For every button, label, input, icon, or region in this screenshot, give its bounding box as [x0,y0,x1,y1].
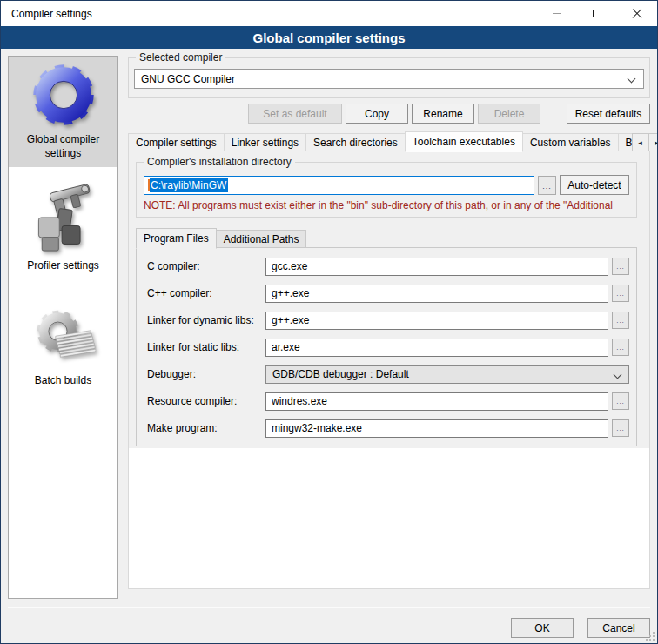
sidebar-item-profiler-settings[interactable]: Profiler settings [9,174,118,280]
group-label: Selected compiler [136,51,225,64]
chevron-down-icon [628,75,636,84]
main-panel: Selected compiler GNU GCC Compiler Set a… [128,56,650,599]
tab-additional-paths[interactable]: Additional Paths [216,230,307,248]
program-tabstrip: Program Files Additional Paths [136,228,637,248]
install-dir-group: Compiler's installation directory C:\ray… [136,162,637,218]
settings-tabstrip: Compiler settings Linker settings Search… [128,131,650,151]
minimize-icon [553,13,561,14]
arrow-left-icon: ◂ [638,138,642,147]
arrow-right-icon: ▸ [655,138,658,147]
reset-defaults-button[interactable]: Reset defaults [567,104,650,124]
field-label: Linker for static libs: [147,341,265,353]
linker-static-input[interactable] [265,339,608,357]
make-program-input[interactable] [265,419,608,438]
tabpage-empty-area [129,448,649,588]
delete-button[interactable]: Delete [478,104,540,124]
auto-detect-button[interactable]: Auto-detect [560,175,629,195]
selected-compiler-group: Selected compiler GNU GCC Compiler [128,57,650,98]
dialog-body: Global compiler settings [1,49,657,643]
field-row-resource-compiler: Resource compiler: ... [147,392,629,411]
field-label: Resource compiler: [147,395,265,407]
footer: OK Cancel [8,618,650,638]
field-row-cpp-compiler: C++ compiler: ... [147,284,629,303]
rename-button[interactable]: Rename [412,104,474,124]
program-files-panel: C compiler: ... C++ compiler: ... Linker… [136,247,637,446]
sidebar: Global compiler settings [8,56,118,599]
browse-button[interactable]: ... [612,419,629,437]
sidebar-item-label: Global compiler settings [10,133,116,160]
field-row-make-program: Make program: ... [147,419,629,438]
resize-grip[interactable] [646,632,655,641]
compiler-buttons-row: Set as default Copy Rename Delete Reset … [128,104,650,124]
sidebar-item-batch-builds[interactable]: Batch builds [9,303,118,395]
install-dir-input[interactable]: C:\raylib\MinGW [144,176,534,195]
browse-button[interactable]: ... [612,312,629,329]
resource-compiler-input[interactable] [265,392,608,411]
minimize-button[interactable] [537,1,577,26]
compiler-select-value: GNU GCC Compiler [141,73,235,85]
field-label: C++ compiler: [147,287,265,299]
sidebar-item-global-compiler-settings[interactable]: Global compiler settings [9,57,118,167]
gear-stack-icon [10,308,116,372]
blue-gear-icon [10,62,116,131]
close-icon [632,9,642,19]
sidebar-item-label: Batch builds [10,374,116,388]
field-row-c-compiler: C compiler: ... [147,257,629,276]
tab-search-directories[interactable]: Search directories [306,133,406,151]
field-row-debugger: Debugger: GDB/CDB debugger : Default [147,365,629,384]
sidebar-item-label: Profiler settings [10,259,116,273]
field-label: Make program: [147,422,265,434]
debugger-select-value: GDB/CDB debugger : Default [272,368,409,380]
install-dir-browse-button[interactable]: ... [538,176,556,195]
field-label: C compiler: [147,260,265,272]
titlebar: Compiler settings [1,1,657,26]
debugger-select[interactable]: GDB/CDB debugger : Default [265,365,629,384]
tab-scroll-left-button[interactable]: ◂ [632,133,649,151]
chevron-down-icon [614,371,622,379]
ok-button[interactable]: OK [511,618,574,638]
tab-program-files[interactable]: Program Files [136,228,217,249]
c-compiler-input[interactable] [265,258,608,276]
tab-toolchain-executables[interactable]: Toolchain executables [405,131,523,152]
caliper-profiler-icon [10,179,116,258]
maximize-icon [593,10,601,17]
browse-button[interactable]: ... [612,285,629,302]
footer-separator [8,607,650,608]
tab-custom-variables[interactable]: Custom variables [522,133,619,151]
compiler-select[interactable]: GNU GCC Compiler [134,69,644,89]
tab-scroll-right-button[interactable]: ▸ [648,133,658,151]
header-banner: Global compiler settings [1,26,657,49]
browse-button[interactable]: ... [612,258,629,275]
field-label: Linker for dynamic libs: [147,314,265,326]
tab-compiler-settings[interactable]: Compiler settings [128,133,225,151]
window-title: Compiler settings [1,8,537,20]
toolchain-executables-page: Compiler's installation directory C:\ray… [128,151,650,589]
compiler-settings-dialog: Compiler settings Global compiler settin… [0,0,658,644]
field-row-linker-dynamic: Linker for dynamic libs: ... [147,311,629,330]
cpp-compiler-input[interactable] [265,285,608,303]
set-as-default-button[interactable]: Set as default [248,104,342,124]
browse-button[interactable]: ... [612,392,629,410]
tab-linker-settings[interactable]: Linker settings [224,133,306,151]
group-label: Compiler's installation directory [144,156,295,168]
close-button[interactable] [617,1,657,26]
cancel-button[interactable]: Cancel [588,618,650,638]
install-dir-selected-text: C:\raylib\MinGW [150,178,228,192]
browse-button[interactable]: ... [612,339,629,356]
field-label: Debugger: [147,368,265,380]
linker-dynamic-input[interactable] [265,312,608,330]
field-row-linker-static: Linker for static libs: ... [147,338,629,357]
maximize-button[interactable] [577,1,617,26]
install-note: NOTE: All programs must exist either in … [144,199,629,211]
copy-button[interactable]: Copy [346,104,408,124]
